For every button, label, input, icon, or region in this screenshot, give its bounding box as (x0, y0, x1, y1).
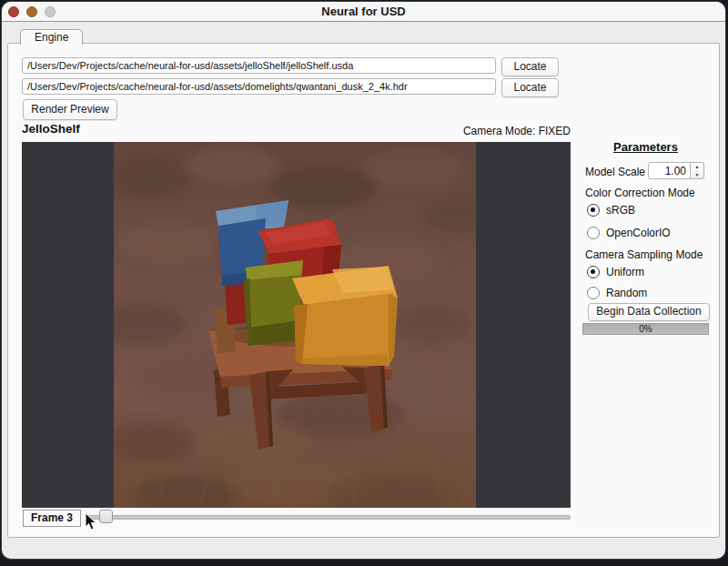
mouse-cursor-icon (85, 513, 97, 531)
begin-data-collection-button[interactable]: Begin Data Collection (588, 303, 710, 321)
locate-usd-button[interactable]: Locate (501, 57, 559, 76)
radio-random-label: Random (606, 287, 647, 299)
color-correction-label: Color Correction Mode (585, 187, 695, 199)
slider-handle[interactable] (99, 510, 113, 523)
model-scale-spinbox[interactable]: ▲ ▼ (648, 162, 708, 179)
radio-row-uniform[interactable]: Uniform (587, 266, 644, 278)
frame-label: Frame 3 (23, 510, 81, 527)
camera-mode-label: Camera Mode: FIXED (463, 125, 571, 137)
slider-groove[interactable] (87, 515, 571, 520)
render-image (114, 142, 476, 508)
hdr-path-input[interactable] (22, 78, 496, 95)
radio-uniform-label: Uniform (606, 266, 644, 278)
radio-opencolorio[interactable] (587, 227, 600, 239)
app-window: Neural for USD Engine Locate Locate Rend… (2, 2, 725, 559)
progress-percent-label: 0% (583, 324, 708, 335)
stepper-down-icon[interactable]: ▼ (691, 171, 703, 179)
radio-row-opencolorio[interactable]: OpenColorIO (587, 227, 671, 239)
model-scale-input[interactable] (648, 162, 691, 179)
progress-bar: 0% (582, 323, 709, 335)
locate-hdr-button[interactable]: Locate (501, 78, 559, 97)
title-bar: Neural for USD (2, 2, 725, 22)
render-preview-button[interactable]: Render Preview (23, 99, 117, 120)
stepper-up-icon[interactable]: ▲ (691, 163, 703, 171)
render-viewport[interactable] (22, 142, 571, 508)
model-scale-stepper[interactable]: ▲ ▼ (691, 162, 704, 179)
radio-srgb-label: sRGB (606, 204, 635, 217)
radio-srgb[interactable] (587, 204, 600, 217)
scene-name-label: JelloShelf (22, 122, 80, 136)
tab-engine[interactable]: Engine (20, 29, 83, 45)
radio-opencolorio-label: OpenColorIO (606, 227, 671, 239)
parameters-heading: Parameters (582, 140, 709, 154)
model-scale-label: Model Scale (585, 166, 645, 178)
radio-random[interactable] (587, 287, 600, 299)
radio-uniform[interactable] (587, 266, 600, 278)
camera-sampling-label: Camera Sampling Mode (585, 248, 703, 261)
window-title: Neural for USD (2, 5, 725, 18)
frame-slider[interactable] (87, 510, 571, 525)
usd-path-input[interactable] (22, 57, 496, 74)
radio-row-srgb[interactable]: sRGB (587, 204, 635, 217)
radio-row-random[interactable]: Random (587, 287, 647, 299)
